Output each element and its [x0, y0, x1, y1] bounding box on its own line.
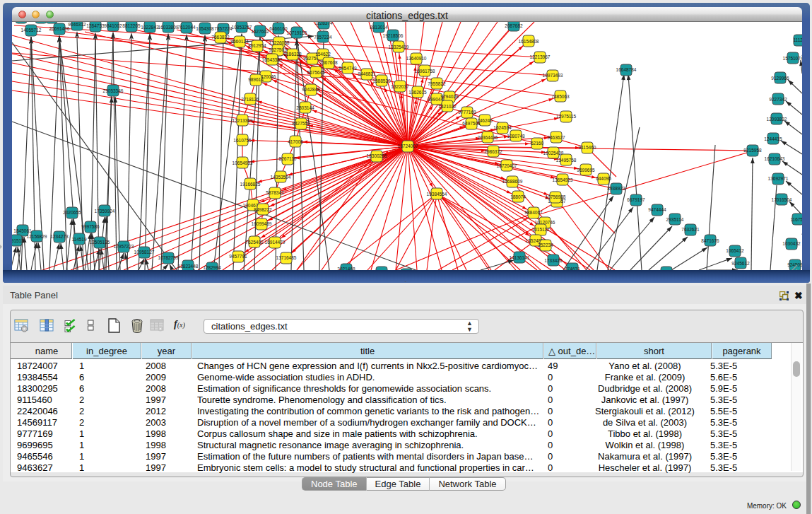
svg-text:8471676: 8471676: [701, 238, 719, 243]
svg-text:9463627: 9463627: [547, 135, 565, 140]
svg-text:2718126: 2718126: [241, 97, 259, 102]
svg-text:14353594: 14353594: [271, 175, 291, 180]
svg-text:13325419: 13325419: [389, 45, 409, 49]
svg-text:6466160: 6466160: [269, 26, 288, 31]
svg-text:1733426: 1733426: [544, 258, 563, 263]
svg-text:9227342: 9227342: [769, 97, 787, 102]
svg-text:9129966: 9129966: [771, 76, 789, 81]
svg-text:20691406: 20691406: [49, 26, 70, 31]
svg-text:17359924: 17359924: [95, 209, 115, 214]
svg-text:9841002: 9841002: [104, 23, 122, 28]
svg-text:7485063: 7485063: [551, 94, 570, 99]
svg-text:10688609: 10688609: [502, 179, 523, 184]
svg-text:154622: 154622: [315, 52, 331, 57]
svg-text:644095: 644095: [596, 176, 611, 181]
svg-text:29053346: 29053346: [103, 88, 124, 93]
svg-text:9115460: 9115460: [579, 145, 596, 150]
svg-text:9046312: 9046312: [68, 22, 86, 27]
svg-text:16914479: 16914479: [265, 240, 286, 245]
svg-text:10782759: 10782759: [158, 255, 179, 260]
svg-text:1362615: 1362615: [408, 90, 427, 95]
svg-text:391513: 391513: [12, 238, 24, 243]
svg-text:16648784: 16648784: [616, 67, 637, 72]
svg-text:14136141: 14136141: [510, 255, 530, 260]
svg-text:1624534: 1624534: [493, 125, 512, 130]
svg-text:12505135: 12505135: [90, 240, 110, 245]
svg-text:9777169: 9777169: [458, 110, 476, 115]
svg-text:19384554: 19384554: [427, 192, 447, 197]
svg-text:417006: 417006: [288, 139, 303, 144]
svg-text:9457791: 9457791: [229, 254, 247, 259]
svg-text:8267110: 8267110: [279, 156, 297, 161]
svg-text:7663822: 7663822: [211, 35, 230, 40]
svg-text:7857224: 7857224: [214, 26, 233, 31]
svg-text:8938923: 8938923: [607, 186, 625, 191]
svg-text:15720407: 15720407: [497, 163, 517, 168]
svg-text:1610755: 1610755: [233, 138, 252, 143]
svg-text:1022843: 1022843: [141, 25, 159, 30]
svg-text:10853257: 10853257: [232, 25, 252, 30]
svg-text:17016504: 17016504: [772, 197, 792, 202]
svg-text:6497508: 6497508: [462, 121, 481, 126]
svg-text:14055712: 14055712: [21, 28, 42, 33]
svg-text:9794028: 9794028: [440, 94, 459, 99]
svg-text:1322037: 1322037: [391, 84, 409, 89]
svg-text:10958127: 10958127: [134, 250, 155, 255]
svg-text:19218506: 19218506: [383, 33, 404, 38]
svg-text:7612044: 7612044: [177, 25, 196, 30]
svg-text:1080748: 1080748: [507, 134, 525, 139]
svg-text:12213967: 12213967: [530, 54, 551, 59]
svg-text:8812205: 8812205: [122, 23, 141, 28]
svg-text:10973493: 10973493: [543, 73, 563, 78]
svg-text:874631: 874631: [565, 267, 580, 270]
svg-text:2087682: 2087682: [505, 23, 523, 28]
svg-text:1284733: 1284733: [86, 23, 105, 28]
svg-text:1228374: 1228374: [314, 22, 333, 25]
svg-text:12156829: 12156829: [27, 234, 47, 239]
svg-text:1845061: 1845061: [13, 228, 32, 233]
svg-text:16210643: 16210643: [765, 156, 785, 161]
svg-text:8813014: 8813014: [370, 25, 388, 30]
svg-text:16033809: 16033809: [158, 25, 179, 30]
svg-text:12213369: 12213369: [233, 118, 253, 123]
svg-text:10654933: 10654933: [233, 160, 253, 165]
svg-text:9474444: 9474444: [648, 207, 666, 212]
svg-text:13692971: 13692971: [768, 176, 789, 181]
svg-text:1234273: 1234273: [50, 234, 69, 239]
svg-text:2020655: 2020655: [63, 210, 81, 215]
svg-text:1065412: 1065412: [726, 248, 744, 253]
svg-text:1244415: 1244415: [764, 136, 782, 141]
svg-text:989614: 989614: [248, 77, 264, 82]
svg-text:1527602: 1527602: [251, 29, 269, 34]
svg-text:11123: 11123: [793, 37, 802, 42]
svg-text:5878342: 5878342: [266, 190, 284, 195]
svg-text:13495758: 13495758: [556, 158, 577, 163]
svg-text:8186328: 8186328: [283, 52, 302, 57]
svg-text:9245082: 9245082: [657, 269, 676, 270]
svg-text:2367608: 2367608: [319, 60, 338, 65]
svg-text:12975115: 12975115: [556, 114, 577, 119]
svg-text:1054308: 1054308: [196, 26, 214, 31]
svg-text:7625402: 7625402: [245, 240, 264, 245]
svg-text:7955822: 7955822: [428, 81, 446, 86]
svg-text:9446821: 9446821: [358, 71, 376, 76]
svg-text:8427552: 8427552: [292, 121, 310, 126]
svg-text:1104834: 1104834: [373, 269, 391, 270]
svg-text:5675645: 5675645: [307, 70, 325, 75]
svg-text:7857224: 7857224: [314, 35, 332, 40]
svg-text:19166825: 19166825: [240, 182, 261, 187]
svg-text:6679197: 6679197: [627, 197, 645, 202]
svg-text:1421022: 1421022: [438, 104, 457, 109]
svg-text:18300295: 18300295: [367, 153, 387, 158]
svg-text:10756928: 10756928: [546, 194, 566, 199]
svg-text:9660124: 9660124: [230, 39, 249, 44]
svg-text:252234: 252234: [538, 243, 553, 247]
svg-text:8912954: 8912954: [248, 43, 266, 48]
svg-text:9884067: 9884067: [524, 210, 543, 215]
svg-text:16543382: 16543382: [262, 57, 283, 62]
svg-text:13716485: 13716485: [276, 255, 297, 260]
svg-text:17957223: 17957223: [114, 244, 134, 249]
svg-text:924509: 924509: [787, 262, 802, 267]
svg-text:9245612: 9245612: [731, 261, 750, 266]
svg-text:1015112: 1015112: [532, 227, 550, 232]
